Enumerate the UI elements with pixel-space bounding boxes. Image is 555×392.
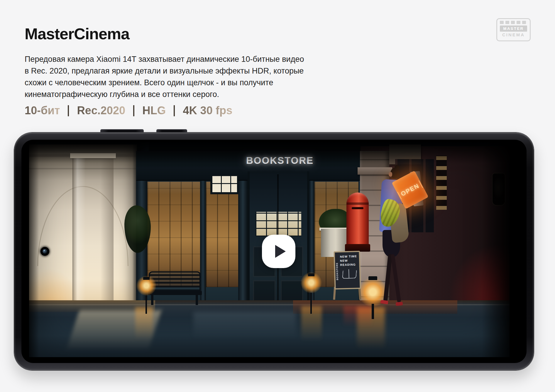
spec-hlg: HLG — [142, 104, 166, 117]
phone-mockup: BOOKSTORE — [14, 132, 534, 370]
spec-divider — [68, 105, 69, 116]
play-button[interactable] — [262, 235, 295, 268]
video-thumbnail: BOOKSTORE — [29, 142, 510, 357]
spec-10bit: 10-бит — [25, 104, 60, 117]
master-cinema-section: MasterCinema Передовая камера Xiaomi 14T… — [0, 0, 555, 392]
phone-frame: BOOKSTORE — [14, 132, 534, 370]
description-line: кинематографическую глубина и все оттенк… — [25, 88, 304, 100]
play-icon — [275, 245, 286, 258]
description-line: Передовая камера Xiaomi 14T захватывает … — [25, 53, 304, 65]
selfie-camera — [40, 247, 49, 256]
phone-screen: BOOKSTORE — [21, 140, 527, 363]
description-line: схожи с человеческим зрением. Всего один… — [25, 77, 304, 88]
spec-rec2020: Rec.2020 — [77, 104, 125, 117]
spec-badges-row: 10-бит Rec.2020 HLG 4K 30 fps — [25, 104, 232, 117]
logo-cinema-text: CINEMA — [500, 32, 527, 37]
feature-description: Передовая камера Xiaomi 14T захватывает … — [25, 53, 304, 100]
description-line: в Rec. 2020, предлагая яркие детали и ви… — [25, 65, 304, 77]
film-strip-icon — [500, 21, 527, 24]
logo-master-text: MASTER — [500, 25, 527, 32]
spec-4k30fps: 4K 30 fps — [183, 104, 232, 117]
page-title: MasterCinema — [25, 25, 129, 43]
spec-divider — [133, 105, 134, 116]
spec-divider — [174, 105, 175, 116]
master-cinema-logo: MASTER CINEMA — [496, 18, 531, 41]
camera-lens — [43, 249, 47, 254]
camera-glint — [44, 250, 45, 251]
